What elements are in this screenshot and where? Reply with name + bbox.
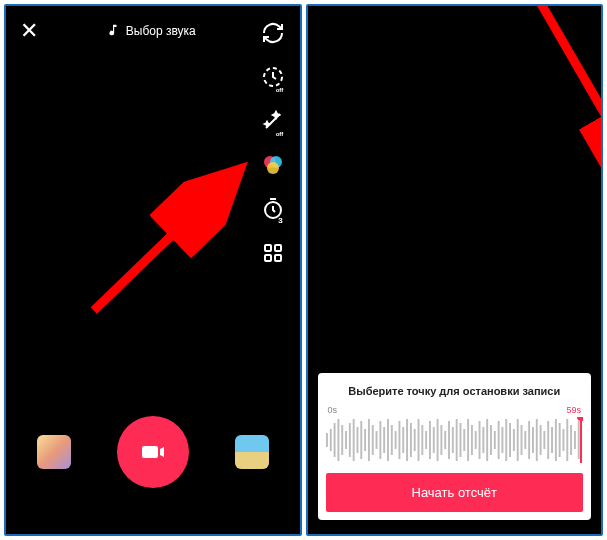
sound-select-label: Выбор звука <box>126 24 196 38</box>
svg-rect-71 <box>554 419 556 461</box>
svg-rect-28 <box>390 425 392 455</box>
svg-rect-43 <box>448 421 450 459</box>
svg-rect-36 <box>421 425 423 455</box>
svg-rect-40 <box>436 419 438 461</box>
time-end-label: 59s <box>566 405 581 415</box>
gallery-button[interactable] <box>235 435 269 469</box>
svg-rect-8 <box>275 255 281 261</box>
record-button[interactable] <box>117 416 189 488</box>
svg-rect-75 <box>570 425 572 455</box>
svg-rect-44 <box>451 427 453 453</box>
camera-bottom-bar <box>6 416 300 488</box>
svg-rect-77 <box>577 421 579 459</box>
svg-rect-60 <box>512 429 514 451</box>
svg-rect-63 <box>524 431 526 449</box>
sound-select-button[interactable]: Выбор звука <box>106 23 196 40</box>
svg-rect-49 <box>470 425 472 455</box>
svg-rect-32 <box>406 419 408 461</box>
svg-rect-45 <box>455 419 457 461</box>
sheet-title: Выберите точку для остановки записи <box>326 385 584 397</box>
svg-rect-12 <box>329 429 331 451</box>
svg-rect-7 <box>265 255 271 261</box>
more-tools-button[interactable] <box>260 240 286 266</box>
svg-rect-65 <box>532 427 534 453</box>
svg-rect-73 <box>562 429 564 451</box>
svg-rect-62 <box>520 425 522 455</box>
svg-rect-72 <box>558 423 560 457</box>
svg-rect-47 <box>463 429 465 451</box>
svg-rect-27 <box>387 419 389 461</box>
beauty-off-label: off <box>276 131 284 137</box>
stop-point-marker[interactable] <box>580 417 582 463</box>
flip-camera-button[interactable] <box>260 20 286 46</box>
svg-rect-56 <box>497 421 499 459</box>
time-start-label: 0s <box>328 405 338 415</box>
svg-rect-54 <box>490 425 492 455</box>
svg-rect-20 <box>360 421 362 459</box>
music-note-icon <box>106 23 120 40</box>
svg-rect-57 <box>501 427 503 453</box>
svg-rect-76 <box>573 431 575 449</box>
speed-off-label: off <box>276 87 284 93</box>
svg-rect-25 <box>379 421 381 459</box>
svg-rect-6 <box>275 245 281 251</box>
svg-rect-39 <box>432 427 434 453</box>
svg-rect-5 <box>265 245 271 251</box>
svg-rect-66 <box>535 419 537 461</box>
speed-button[interactable]: off <box>260 64 286 90</box>
svg-rect-59 <box>509 423 511 457</box>
svg-rect-68 <box>543 431 545 449</box>
camera-tools: off off 3 <box>260 20 286 266</box>
time-labels: 0s 59s <box>326 405 584 415</box>
svg-rect-38 <box>429 421 431 459</box>
svg-rect-22 <box>367 419 369 461</box>
waveform-slider[interactable] <box>326 417 584 463</box>
svg-rect-35 <box>417 419 419 461</box>
svg-rect-21 <box>364 429 366 451</box>
annotation-arrow <box>463 4 603 233</box>
svg-rect-11 <box>326 433 328 447</box>
svg-rect-30 <box>398 421 400 459</box>
svg-rect-52 <box>482 427 484 453</box>
svg-rect-69 <box>547 421 549 459</box>
svg-line-10 <box>492 4 604 200</box>
svg-rect-61 <box>516 419 518 461</box>
svg-rect-31 <box>402 427 404 453</box>
svg-rect-17 <box>348 423 350 457</box>
svg-rect-67 <box>539 425 541 455</box>
svg-rect-15 <box>341 425 343 455</box>
svg-rect-24 <box>375 431 377 449</box>
svg-rect-37 <box>425 431 427 449</box>
video-camera-icon <box>138 440 168 464</box>
svg-rect-48 <box>467 419 469 461</box>
svg-rect-53 <box>486 419 488 461</box>
camera-screen: ✕ Выбор звука off off 3 <box>4 4 302 536</box>
timer-3-label: 3 <box>278 216 282 225</box>
camera-header: ✕ Выбор звука <box>6 6 300 42</box>
annotation-arrow <box>69 133 276 336</box>
svg-rect-19 <box>356 427 358 453</box>
svg-rect-34 <box>413 429 415 451</box>
timer-bottom-sheet: Выберите точку для остановки записи 0s 5… <box>318 373 592 520</box>
beauty-button[interactable]: off <box>260 108 286 134</box>
timer-sheet-screen: Выберите точку для остановки записи 0s 5… <box>306 4 604 536</box>
close-button[interactable]: ✕ <box>20 20 38 42</box>
svg-rect-58 <box>505 419 507 461</box>
svg-rect-70 <box>551 427 553 453</box>
start-countdown-button[interactable]: Начать отсчёт <box>326 473 584 512</box>
svg-rect-42 <box>444 431 446 449</box>
svg-rect-46 <box>459 423 461 457</box>
svg-rect-33 <box>409 423 411 457</box>
svg-rect-26 <box>383 427 385 453</box>
waveform-icon <box>326 417 584 463</box>
svg-rect-64 <box>528 421 530 459</box>
svg-rect-14 <box>337 419 339 461</box>
svg-rect-51 <box>478 421 480 459</box>
effects-button[interactable] <box>37 435 71 469</box>
svg-rect-55 <box>493 431 495 449</box>
timer-button[interactable]: 3 <box>260 196 286 222</box>
svg-rect-13 <box>333 423 335 457</box>
svg-rect-29 <box>394 431 396 449</box>
svg-rect-16 <box>345 431 347 449</box>
svg-rect-18 <box>352 419 354 461</box>
